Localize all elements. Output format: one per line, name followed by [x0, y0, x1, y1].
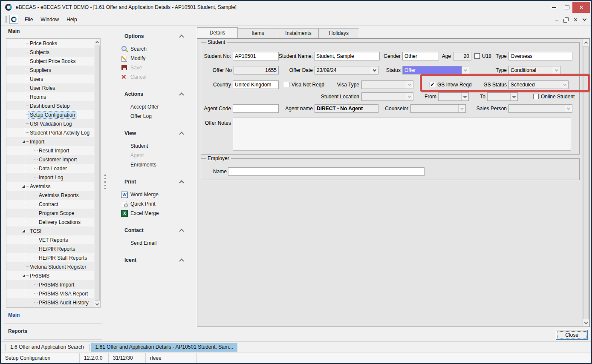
tree-expand-icon[interactable]	[22, 185, 25, 188]
nav-footer-reports[interactable]: Reports	[8, 328, 27, 334]
enrolments-button[interactable]: Enrolments	[130, 160, 195, 169]
search-button[interactable]: Search	[121, 44, 195, 54]
tree-item-prisms-audit-history[interactable]: PRISMS Audit History	[6, 298, 94, 307]
tree-item-import[interactable]: Import	[6, 137, 94, 146]
send-email-button[interactable]: Send Email	[130, 238, 195, 248]
word-merge-button[interactable]: Word Merge	[121, 190, 195, 199]
tree-item-victoria-student-register[interactable]: Victoria Student Register	[6, 262, 94, 271]
splitter-left[interactable]	[104, 175, 106, 189]
tree-scroll-thumb[interactable]	[95, 46, 100, 301]
chevron-up-icon[interactable]	[179, 34, 184, 39]
visa-not-reqd-checkbox[interactable]	[284, 82, 289, 87]
chevron-up-icon[interactable]	[179, 180, 184, 185]
menu-logo-button[interactable]	[9, 15, 18, 24]
tree-item-vet-reports[interactable]: VET Reports	[6, 235, 94, 244]
tree-item-user-roles[interactable]: User Roles	[6, 83, 94, 92]
tree-item-users[interactable]: Users	[6, 75, 94, 83]
student-button[interactable]: Student	[130, 141, 195, 151]
online-student-checkbox[interactable]	[533, 94, 539, 99]
student-name-field[interactable]: Student, Sample	[314, 52, 380, 60]
section-header-options[interactable]: Options	[124, 33, 183, 39]
tree-item-avetmiss-reports[interactable]: Avetmiss Reports	[6, 191, 94, 200]
tree-item-he-pir-reports[interactable]: HE/PIR Reports	[6, 244, 94, 253]
tree-item-customer-import[interactable]: Customer Import	[6, 155, 94, 164]
section-header-print[interactable]: Print	[124, 179, 183, 185]
menu-item-file[interactable]: File	[21, 15, 37, 24]
section-header-icent[interactable]: Icent	[124, 257, 183, 263]
tree-item-he-pir-staff-reports[interactable]: HE/PIR Staff Reports	[6, 253, 94, 262]
quick-print-button[interactable]: Quick Print	[121, 199, 195, 209]
tree-item-program-scope[interactable]: Program Scope	[6, 209, 94, 218]
chevron-down-icon[interactable]	[462, 66, 469, 74]
chevron-up-icon[interactable]	[179, 132, 184, 136]
tree-item-price-books[interactable]: Price Books	[6, 39, 94, 48]
tree-item-avetmiss[interactable]: Avetmiss	[6, 182, 94, 191]
mdi-restore-icon[interactable]	[563, 17, 568, 22]
section-header-contact[interactable]: Contact	[124, 227, 183, 233]
chevron-down-icon[interactable]	[510, 93, 517, 100]
employer-name-field[interactable]	[228, 167, 425, 176]
offer-date-combo[interactable]: 23/09/24	[315, 66, 378, 75]
menu-item-help[interactable]: Help	[63, 15, 81, 24]
tree-item-student-portal-activity-log[interactable]: Student Portal Activity Log	[6, 128, 94, 137]
close-window-button[interactable]: ✕	[572, 2, 590, 13]
excel-merge-button[interactable]: Excel Merge	[121, 209, 195, 218]
doc-tab-2[interactable]: 1.61 Offer and Application Details - AP1…	[91, 343, 237, 352]
doc-tab-1[interactable]: 1.6 Offer and Application Search	[6, 343, 88, 352]
tree-scrollbar[interactable]	[94, 39, 100, 307]
scroll-down-icon[interactable]	[94, 301, 100, 307]
agent-code-field[interactable]	[233, 104, 279, 113]
content-scrollbar[interactable]	[582, 39, 589, 326]
tree-item-contract[interactable]: Contract	[6, 200, 94, 209]
chevron-up-icon[interactable]	[179, 229, 184, 233]
offer-log-button[interactable]: Offer Log	[130, 112, 195, 121]
mdi-close-icon[interactable]: ✕	[573, 17, 578, 23]
tree-item-tcsi[interactable]: TCSI	[6, 226, 94, 235]
content-scroll-thumb[interactable]	[583, 46, 589, 319]
tree-item-dashboard-setup[interactable]: Dashboard Setup	[6, 101, 94, 110]
section-header-actions[interactable]: Actions	[124, 91, 183, 97]
offer-notes-textarea[interactable]	[233, 117, 571, 151]
offer-type-combo[interactable]: Conditional	[508, 66, 560, 75]
tab-items[interactable]: Items	[237, 28, 278, 38]
chevron-down-icon[interactable]	[461, 93, 468, 100]
tab-details[interactable]: Details	[197, 27, 238, 38]
tab-instalments[interactable]: Instalments	[278, 28, 319, 38]
tree-expand-icon[interactable]	[22, 140, 25, 143]
chevron-up-icon[interactable]	[179, 92, 184, 97]
tree-item-usi-validation-log[interactable]: USI Validation Log	[6, 119, 94, 128]
tree-item-setup-configuration[interactable]: Setup Configuration	[6, 110, 94, 119]
tree-item-subjects[interactable]: Subjects	[6, 48, 94, 57]
tree-item-prisms-import[interactable]: PRISMS Import	[6, 280, 94, 289]
tab-holidays[interactable]: Holidays	[318, 28, 359, 38]
tree-expand-icon[interactable]	[22, 229, 25, 232]
country-field[interactable]: United Kingdom	[233, 80, 279, 89]
close-button[interactable]: Close	[556, 330, 588, 340]
maximize-button[interactable]	[561, 4, 572, 11]
mdi-chevron-down-icon[interactable]	[583, 17, 587, 21]
chevron-down-icon[interactable]	[553, 66, 560, 74]
chevron-up-icon[interactable]	[179, 258, 184, 263]
tree-item-import-log[interactable]: Import Log	[6, 173, 94, 182]
from-combo[interactable]	[438, 92, 469, 101]
accept-offer-button[interactable]: Accept Offer	[130, 102, 195, 112]
tree-item-result-import[interactable]: Result Import	[6, 146, 94, 155]
status-combo[interactable]: Offer	[402, 66, 469, 75]
u18-checkbox[interactable]	[474, 53, 480, 59]
tree-item-prisms-visa-report[interactable]: PRISMS VISA Report	[6, 289, 94, 298]
tree-item-data-loader[interactable]: Data Loader	[6, 164, 94, 173]
tree-expand-icon[interactable]	[22, 274, 25, 277]
menu-item-window[interactable]: Window	[37, 15, 63, 24]
tree-item-rooms[interactable]: Rooms	[6, 92, 94, 101]
nav-footer-main[interactable]: Main	[8, 312, 20, 318]
tree-item-suppliers[interactable]: Suppliers	[6, 66, 94, 75]
chevron-down-icon[interactable]	[371, 66, 378, 74]
mdi-minimize-icon[interactable]: –	[555, 17, 558, 23]
menu-grip[interactable]	[6, 16, 7, 23]
minimize-button[interactable]	[549, 4, 560, 11]
modify-button[interactable]: Modify	[121, 54, 195, 63]
tree-item-prisms[interactable]: PRISMS	[6, 271, 94, 280]
student-type-field[interactable]: Overseas	[508, 52, 572, 60]
to-combo[interactable]	[487, 92, 518, 101]
gs-intvw-reqd-checkbox[interactable]	[430, 82, 435, 87]
